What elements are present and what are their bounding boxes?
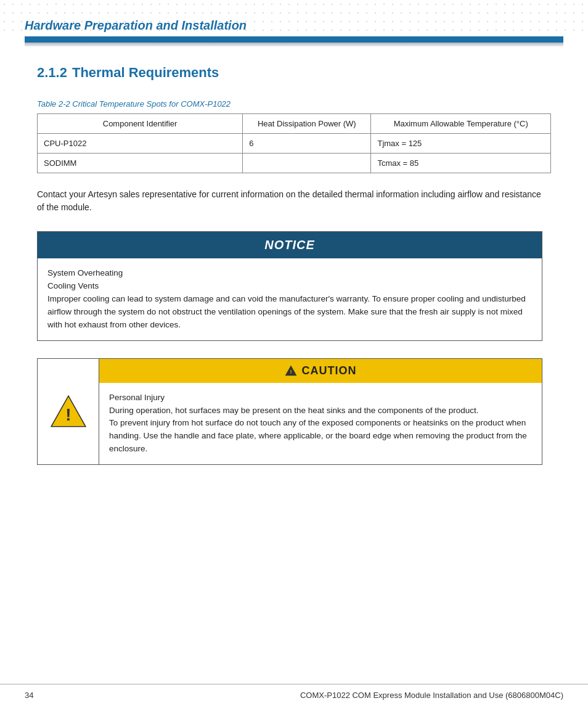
section-title: Thermal Requirements xyxy=(72,65,219,81)
svg-text:!: ! xyxy=(290,369,292,375)
col-header-power: Heat Dissipation Power (W) xyxy=(243,114,371,134)
header-area: Hardware Preparation and Installation xyxy=(0,0,588,46)
notice-line-2: Cooling Vents xyxy=(47,280,532,293)
caution-right-panel: ! CAUTION Personal Injury During operati… xyxy=(99,359,542,465)
header-title-bar: Hardware Preparation and Installation xyxy=(25,11,563,36)
caution-icon-cell: ! xyxy=(38,359,99,465)
cell-power-2 xyxy=(243,154,371,173)
caution-line-2: During operation, hot surfaces may be pr… xyxy=(109,404,532,417)
caution-line-3: To prevent injury from hot surface do no… xyxy=(109,417,532,456)
cell-temp-1: Tjmax = 125 xyxy=(371,134,551,154)
notice-header-label: NOTICE xyxy=(38,232,542,258)
caution-label-text: CAUTION xyxy=(302,364,357,377)
cell-component-1: CPU-P1022 xyxy=(38,134,243,154)
contact-paragraph: Contact your Artesyn sales representativ… xyxy=(37,188,542,214)
gray-divider-bar xyxy=(25,43,563,46)
caution-box: ! ! CAUTION Personal Injury During opera… xyxy=(37,358,542,466)
blue-divider-bar xyxy=(25,36,563,43)
page-title: Hardware Preparation and Installation xyxy=(25,18,247,32)
cell-power-1: 6 xyxy=(243,134,371,154)
notice-line-1: System Overheating xyxy=(47,267,532,280)
caution-header-label: ! CAUTION xyxy=(99,359,542,383)
caution-body: Personal Injury During operation, hot su… xyxy=(99,383,542,465)
section-number: 2.1.2 xyxy=(37,65,67,81)
notice-box: NOTICE System Overheating Cooling Vents … xyxy=(37,231,542,341)
notice-body: System Overheating Cooling Vents Imprope… xyxy=(38,258,542,340)
table-row: SODIMM Tcmax = 85 xyxy=(38,154,551,173)
cell-temp-2: Tcmax = 85 xyxy=(371,154,551,173)
table-header-row: Component Identifier Heat Dissipation Po… xyxy=(38,114,551,134)
table-caption: Table 2-2 Critical Temperature Spots for… xyxy=(37,99,551,109)
svg-text:!: ! xyxy=(65,406,71,425)
section-heading: 2.1.2 Thermal Requirements xyxy=(37,65,551,81)
warning-triangle-icon: ! xyxy=(49,392,88,430)
col-header-component: Component Identifier xyxy=(38,114,243,134)
caution-line-1: Personal Injury xyxy=(109,392,532,404)
col-header-temp: Maximum Allowable Temperature (°C) xyxy=(371,114,551,134)
page-footer: 34 COMX-P1022 COM Express Module Install… xyxy=(0,684,588,706)
notice-line-3: Improper cooling can lead to system dama… xyxy=(47,293,532,332)
table-row: CPU-P1022 6 Tjmax = 125 xyxy=(38,134,551,154)
page-number: 34 xyxy=(25,691,33,700)
doc-title: COMX-P1022 COM Express Module Installati… xyxy=(300,691,563,700)
caution-triangle-small-icon: ! xyxy=(285,365,297,376)
cell-component-2: SODIMM xyxy=(38,154,243,173)
main-content: 2.1.2 Thermal Requirements Table 2-2 Cri… xyxy=(0,46,588,502)
temperature-table: Component Identifier Heat Dissipation Po… xyxy=(37,113,551,173)
